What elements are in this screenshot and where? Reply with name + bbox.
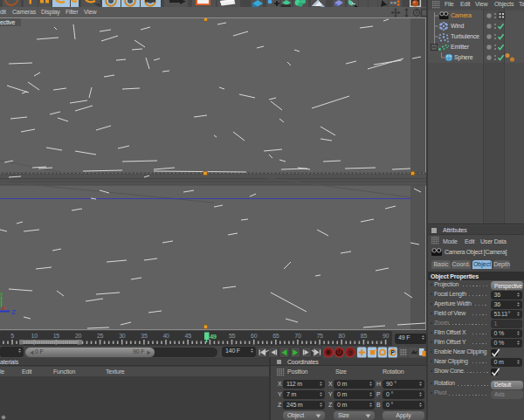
svg-text:80: 80 xyxy=(339,333,346,339)
svg-text:49: 49 xyxy=(210,333,217,341)
svg-text:35: 35 xyxy=(141,333,148,339)
svg-text:60: 60 xyxy=(251,333,258,339)
svg-text:40: 40 xyxy=(163,333,170,339)
svg-text:25: 25 xyxy=(97,333,104,339)
svg-text:P: P xyxy=(391,349,396,355)
svg-text:90: 90 xyxy=(383,333,390,339)
svg-text:55: 55 xyxy=(229,333,236,339)
svg-text:x: x xyxy=(2,305,5,311)
svg-text:15: 15 xyxy=(53,333,60,339)
svg-text:5: 5 xyxy=(10,333,14,339)
svg-text:65: 65 xyxy=(272,333,279,339)
svg-text:30: 30 xyxy=(119,333,126,339)
svg-text:10: 10 xyxy=(31,333,38,339)
svg-text:Z: Z xyxy=(11,308,16,316)
svg-text:20: 20 xyxy=(75,333,82,339)
svg-text:y: y xyxy=(0,291,3,298)
svg-text:?: ? xyxy=(348,349,353,357)
svg-text:85: 85 xyxy=(361,333,368,339)
svg-text:70: 70 xyxy=(294,333,301,339)
svg-text:75: 75 xyxy=(317,333,324,339)
svg-text:45: 45 xyxy=(185,333,192,339)
